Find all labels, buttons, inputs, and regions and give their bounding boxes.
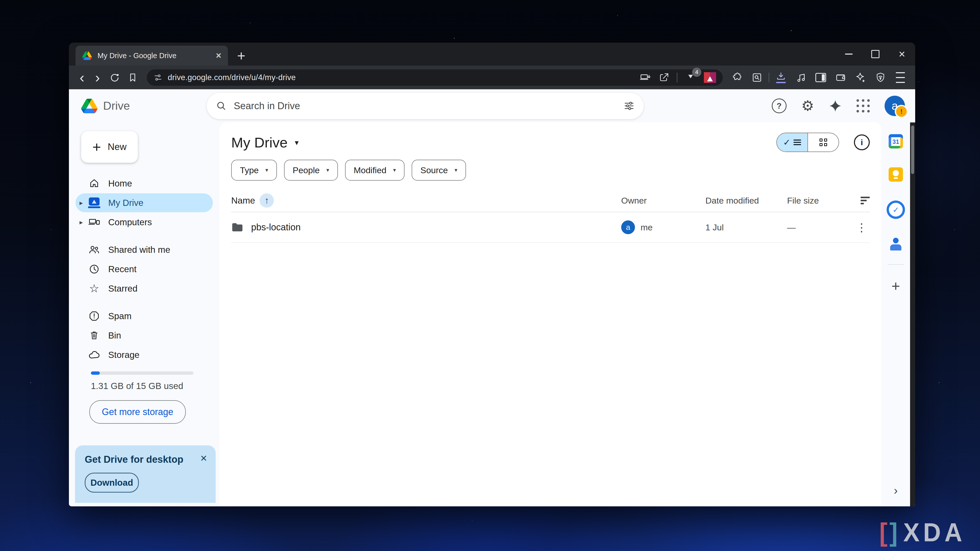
new-tab-button[interactable]: + xyxy=(237,48,245,64)
spam-icon xyxy=(87,310,102,322)
minimize-button[interactable] xyxy=(835,43,862,65)
tab-close-icon[interactable]: × xyxy=(216,51,221,60)
filter-chip-people[interactable]: People▾ xyxy=(284,160,338,181)
brave-rewards-icon[interactable] xyxy=(704,72,716,83)
sidebar-item-starred[interactable]: ☆ Starred xyxy=(76,279,213,298)
filter-chip-modified[interactable]: Modified▾ xyxy=(345,160,405,181)
calendar-icon[interactable]: 31 xyxy=(889,134,903,148)
owner-avatar: a xyxy=(621,221,635,234)
close-button[interactable]: × xyxy=(889,43,915,65)
drive-header: Drive ? ⚙ a ! xyxy=(69,89,915,122)
sidebar-toggle-icon[interactable] xyxy=(813,70,829,86)
forward-icon[interactable]: › xyxy=(91,70,104,85)
search-icon[interactable] xyxy=(216,100,227,111)
more-actions-icon[interactable]: ⋮ xyxy=(856,221,870,234)
file-name-cell[interactable]: pbs-location xyxy=(231,222,621,233)
sidebar-item-my-drive[interactable]: ▸ My Drive xyxy=(76,193,213,212)
get-more-storage-button[interactable]: Get more storage xyxy=(89,400,186,424)
divider xyxy=(677,73,677,83)
scrollbar[interactable] xyxy=(910,122,915,507)
site-settings-icon[interactable] xyxy=(153,73,162,82)
url-text[interactable]: drive.google.com/drive/u/4/my-drive xyxy=(168,73,635,82)
list-view-button[interactable]: ✓ xyxy=(777,133,808,151)
page-title[interactable]: My Drive xyxy=(231,134,288,151)
account-avatar[interactable]: a ! xyxy=(885,96,905,116)
reload-icon[interactable] xyxy=(107,70,122,86)
recent-icon xyxy=(87,264,102,275)
google-apps-grid-icon[interactable] xyxy=(856,99,870,113)
search-input[interactable] xyxy=(233,100,617,112)
title-dropdown-icon[interactable]: ▾ xyxy=(295,138,299,147)
help-icon[interactable]: ? xyxy=(772,98,787,113)
settings-gear-icon[interactable]: ⚙ xyxy=(801,99,814,113)
filter-chip-type[interactable]: Type▾ xyxy=(231,160,277,181)
sort-ascending-icon[interactable]: ↑ xyxy=(259,193,274,208)
vpn-shield-icon[interactable] xyxy=(872,70,889,86)
sidebar-item-computers[interactable]: ▸ Computers xyxy=(76,213,213,232)
chevron-down-icon: ▾ xyxy=(326,167,329,173)
desktop: { "browser": { "tab_title": "My Drive - … xyxy=(0,0,980,551)
share-icon[interactable] xyxy=(659,73,669,83)
wallet-icon[interactable] xyxy=(832,70,849,86)
column-date-modified[interactable]: Date modified xyxy=(705,196,787,206)
title-row: My Drive ▾ ✓ i xyxy=(231,130,870,155)
drive-logo[interactable]: Drive xyxy=(81,99,207,113)
column-file-size[interactable]: File size xyxy=(787,196,841,206)
browser-tab[interactable]: My Drive - Google Drive × xyxy=(76,46,228,65)
cloud-icon xyxy=(87,350,102,360)
drive-sidebar: + New Home ▸ xyxy=(69,122,220,507)
computers-icon xyxy=(87,217,102,228)
sidebar-item-spam[interactable]: Spam xyxy=(76,306,213,326)
media-icon[interactable] xyxy=(793,70,809,86)
drive-body: + New Home ▸ xyxy=(69,122,915,507)
search-tabs-icon[interactable] xyxy=(749,70,765,86)
contacts-icon[interactable] xyxy=(890,238,901,251)
expand-arrow-icon[interactable]: ▸ xyxy=(76,218,87,226)
maximize-button[interactable] xyxy=(862,43,889,65)
address-bar[interactable]: drive.google.com/drive/u/4/my-drive 4 xyxy=(147,69,723,86)
sidebar-item-bin[interactable]: Bin xyxy=(76,326,213,345)
browser-toolbar: ‹ › drive.google.com/drive/u/4/my-drive xyxy=(69,65,915,89)
home-icon xyxy=(87,178,102,189)
shared-icon xyxy=(87,244,102,256)
table-row[interactable]: pbs-location a me 1 Jul — ⋮ xyxy=(231,212,870,243)
file-table: Name ↑ Owner Date modified File size xyxy=(231,189,870,243)
keep-icon[interactable] xyxy=(889,167,903,182)
tab-title: My Drive - Google Drive xyxy=(97,52,210,60)
downloads-icon[interactable] xyxy=(773,70,789,86)
side-panel-collapse-icon[interactable]: › xyxy=(894,483,897,497)
sidebar-item-shared-with-me[interactable]: Shared with me xyxy=(76,240,213,259)
tasks-icon[interactable]: ✓ xyxy=(886,200,905,219)
get-add-ons-icon[interactable]: + xyxy=(891,279,900,293)
sidebar-item-home[interactable]: Home xyxy=(76,174,213,193)
column-owner[interactable]: Owner xyxy=(621,196,705,206)
drive-page: Drive ? ⚙ a ! xyxy=(69,89,915,507)
banner-close-icon[interactable]: × xyxy=(200,453,207,464)
scrollbar-thumb[interactable] xyxy=(911,125,914,174)
search-options-icon[interactable] xyxy=(624,100,635,111)
sidebar-item-recent[interactable]: Recent xyxy=(76,260,213,279)
filter-chip-source[interactable]: Source▾ xyxy=(412,160,466,181)
new-button[interactable]: + New xyxy=(81,131,138,163)
chevron-down-icon: ▾ xyxy=(393,167,396,173)
divider xyxy=(769,73,769,83)
search-bar[interactable] xyxy=(207,93,644,119)
gemini-icon[interactable] xyxy=(829,100,842,112)
expand-arrow-icon[interactable]: ▸ xyxy=(76,199,87,207)
account-warning-badge: ! xyxy=(895,105,908,118)
grid-view-button[interactable] xyxy=(808,133,838,151)
sort-options-icon[interactable] xyxy=(861,197,870,204)
sidebar-item-storage[interactable]: Storage xyxy=(76,345,213,364)
back-icon[interactable]: ‹ xyxy=(76,70,89,85)
column-name[interactable]: Name ↑ xyxy=(231,193,621,208)
leo-ai-icon[interactable] xyxy=(853,70,869,86)
menu-icon[interactable] xyxy=(892,70,908,86)
sidebar-nav: Home ▸ My Drive ▸ Computer xyxy=(69,174,220,364)
install-app-icon[interactable] xyxy=(640,73,651,83)
details-info-icon[interactable]: i xyxy=(854,135,870,150)
brave-shield-icon[interactable]: 4 xyxy=(685,71,696,84)
extensions-icon[interactable] xyxy=(729,70,745,86)
download-button[interactable]: Download xyxy=(85,473,139,492)
tab-strip: My Drive - Google Drive × + × xyxy=(69,43,915,65)
bookmark-icon[interactable] xyxy=(125,70,141,86)
